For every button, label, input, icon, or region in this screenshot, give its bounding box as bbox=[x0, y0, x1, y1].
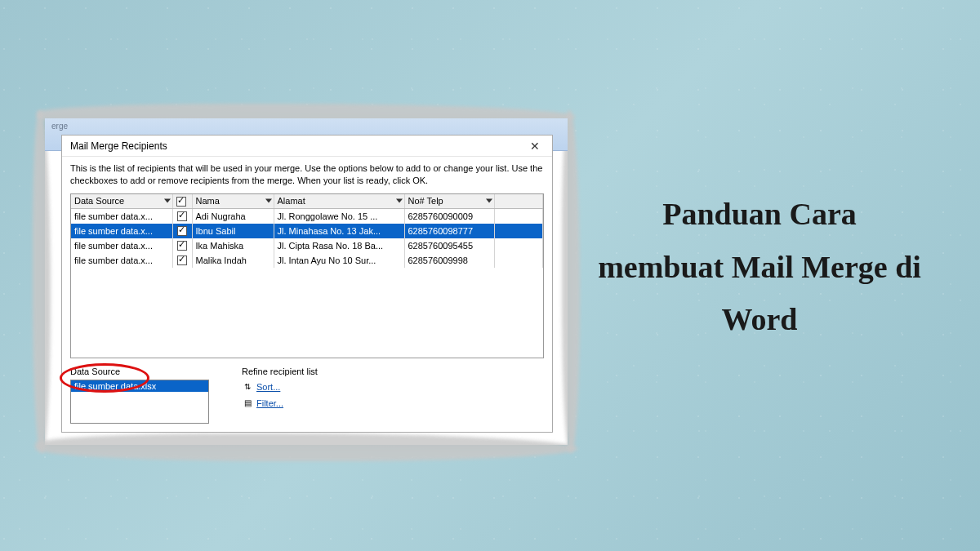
mail-merge-recipients-dialog: Mail Merge Recipients ✕ This is the list… bbox=[61, 135, 553, 433]
table-row[interactable]: file sumber data.x...Ibnu SabilJl. Minah… bbox=[71, 224, 543, 238]
cell-alamat: Jl. Ronggolawe No. 15 ... bbox=[274, 209, 404, 224]
cell-data-source: file sumber data.x... bbox=[71, 209, 172, 224]
col-header-label: Nama bbox=[196, 196, 220, 206]
col-header-nama[interactable]: Nama bbox=[192, 194, 274, 209]
cell-data-source: file sumber data.x... bbox=[71, 253, 172, 268]
cell-nama: Ibnu Sabil bbox=[192, 224, 274, 238]
brush-stroke bbox=[562, 110, 580, 453]
dialog-lower-panel: Data Source file sumber data.xlsx Refine… bbox=[62, 363, 552, 432]
sort-icon: ⇅ bbox=[242, 381, 253, 393]
cell-data-source: file sumber data.x... bbox=[71, 238, 172, 253]
filter-icon: ▤ bbox=[242, 398, 253, 409]
cell-checkbox[interactable] bbox=[172, 209, 192, 224]
dialog-title: Mail Merge Recipients bbox=[70, 140, 167, 152]
cell-blank bbox=[494, 238, 543, 253]
row-checkbox[interactable] bbox=[177, 241, 187, 251]
filter-link[interactable]: Filter... bbox=[256, 398, 283, 408]
col-header-telp[interactable]: No# Telp bbox=[404, 194, 494, 209]
chevron-down-icon[interactable] bbox=[265, 199, 272, 203]
data-source-label: Data Source bbox=[70, 367, 209, 376]
refine-section: Refine recipient list ⇅ Sort... ▤ Filter… bbox=[242, 367, 318, 424]
screenshot-frame: erge Mail Merge Recipients ✕ This is the… bbox=[45, 118, 568, 445]
cell-telp: 628576009998 bbox=[404, 253, 494, 268]
col-header-label: No# Telp bbox=[408, 196, 443, 206]
cell-nama: Malika Indah bbox=[192, 253, 274, 268]
table-row[interactable]: file sumber data.x...Adi NugrahaJl. Rong… bbox=[71, 209, 543, 224]
col-header-label: Data Source bbox=[74, 196, 124, 206]
brush-stroke bbox=[35, 433, 578, 461]
cell-alamat: Jl. Intan Ayu No 10 Sur... bbox=[274, 253, 404, 268]
grid-empty-area bbox=[71, 268, 543, 358]
brush-stroke bbox=[33, 110, 51, 453]
close-icon: ✕ bbox=[530, 140, 540, 153]
data-source-section: Data Source file sumber data.xlsx bbox=[70, 367, 209, 424]
chevron-down-icon[interactable] bbox=[486, 199, 492, 203]
cell-telp: 6285760090009 bbox=[404, 209, 494, 224]
page-title: Panduan Cara membuat Mail Merge di Word bbox=[596, 188, 923, 346]
dialog-titlebar[interactable]: Mail Merge Recipients ✕ bbox=[62, 136, 552, 157]
recipients-grid[interactable]: Data Source Nama Alamat No# Telp file su… bbox=[70, 193, 544, 358]
cell-data-source: file sumber data.x... bbox=[71, 224, 172, 238]
chevron-down-icon[interactable] bbox=[164, 199, 171, 203]
select-all-checkbox[interactable] bbox=[176, 197, 186, 207]
cell-nama: Adi Nugraha bbox=[192, 209, 274, 224]
cell-alamat: Jl. Cipta Rasa No. 18 Ba... bbox=[274, 238, 404, 253]
word-fragment: erge bbox=[51, 122, 68, 131]
row-checkbox[interactable] bbox=[177, 226, 187, 236]
col-header-checkbox[interactable] bbox=[172, 194, 192, 209]
col-header-data-source[interactable]: Data Source bbox=[71, 194, 172, 209]
table-row[interactable]: file sumber data.x...Ika MahiskaJl. Cipt… bbox=[71, 238, 543, 253]
col-header-alamat[interactable]: Alamat bbox=[274, 194, 404, 209]
cell-blank bbox=[494, 209, 543, 224]
row-checkbox[interactable] bbox=[177, 256, 187, 265]
col-header-blank bbox=[494, 194, 543, 209]
cell-telp: 6285760095455 bbox=[404, 238, 494, 253]
cell-checkbox[interactable] bbox=[172, 224, 192, 238]
grid-header-row: Data Source Nama Alamat No# Telp bbox=[71, 194, 543, 209]
row-checkbox[interactable] bbox=[177, 211, 187, 221]
dialog-instructions: This is the list of recipients that will… bbox=[62, 157, 552, 192]
sort-link[interactable]: Sort... bbox=[256, 382, 280, 392]
cell-nama: Ika Mahiska bbox=[192, 238, 274, 253]
refine-label: Refine recipient list bbox=[242, 367, 318, 376]
data-source-file-item[interactable]: file sumber data.xlsx bbox=[71, 380, 208, 392]
cell-alamat: Jl. Minahasa No. 13 Jak... bbox=[274, 224, 404, 238]
filter-row: ▤ Filter... bbox=[242, 396, 318, 411]
sort-row: ⇅ Sort... bbox=[242, 380, 318, 394]
data-source-listbox[interactable]: file sumber data.xlsx bbox=[70, 380, 209, 424]
table-row[interactable]: file sumber data.x...Malika IndahJl. Int… bbox=[71, 253, 543, 268]
cell-blank bbox=[494, 224, 543, 238]
close-button[interactable]: ✕ bbox=[523, 137, 547, 155]
chevron-down-icon[interactable] bbox=[396, 199, 403, 203]
cell-checkbox[interactable] bbox=[172, 238, 192, 253]
cell-blank bbox=[494, 253, 543, 268]
col-header-label: Alamat bbox=[278, 196, 305, 206]
cell-telp: 6285760098777 bbox=[404, 224, 494, 238]
cell-checkbox[interactable] bbox=[172, 253, 192, 268]
